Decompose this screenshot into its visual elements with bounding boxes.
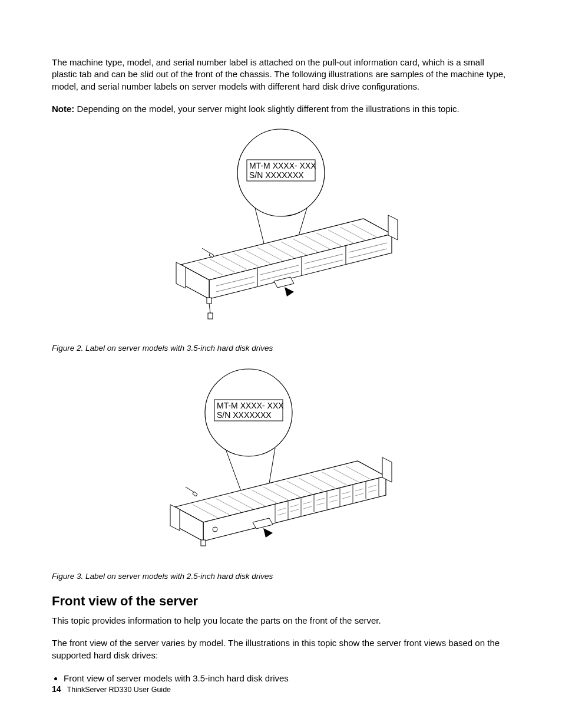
svg-marker-37 [209,253,214,258]
svg-rect-94 [201,540,206,546]
svg-marker-91 [263,528,273,538]
callout-sn: S/N XXXXXXX [249,170,304,180]
page-number: 14 [52,684,61,694]
callout-mt-m: MT-M XXXX- XXX [249,161,316,170]
figure-3-illustration: MT-M XXXX- XXX S/N XXXXXXX [52,365,510,568]
section-paragraph-1: This topic provides information to help … [52,615,510,627]
callout-sn-2: S/N XXXXXXX [217,410,272,420]
section-heading-front-view: Front view of the server [52,594,510,609]
intro-paragraph: The machine type, model, and serial numb… [52,57,510,93]
svg-rect-39 [208,313,213,319]
svg-marker-8 [388,215,398,240]
svg-marker-7 [176,262,186,288]
svg-marker-35 [285,287,294,297]
figure-3-caption-text: Label on server models with 2.5-inch har… [83,572,273,581]
svg-marker-48 [170,505,180,531]
svg-line-40 [209,304,210,313]
note-text: Depending on the model, your server migh… [74,104,459,114]
svg-rect-38 [207,298,211,304]
callout-mt-m-2: MT-M XXXX- XXX [217,401,284,410]
svg-marker-93 [193,492,197,496]
svg-marker-49 [382,457,392,482]
footer-doc-title: ThinkServer RD330 User Guide [67,686,171,694]
bullet-list: Front view of server models with 3.5-inc… [52,672,510,684]
figure-3-number: Figure 3. [52,572,83,581]
page-footer: 14ThinkServer RD330 User Guide [52,684,171,694]
figure-3-caption: Figure 3. Label on server models with 2.… [52,572,510,581]
figure-2-number: Figure 2. [52,344,83,353]
note-label: Note: [52,104,74,114]
figure-2-caption-text: Label on server models with 3.5-inch har… [83,344,273,353]
figure-2-illustration: MT-M XXXX- XXX S/N XXXXXXX [52,126,510,340]
section-paragraph-2: The front view of the server varies by m… [52,637,510,661]
figure-2-caption: Figure 2. Label on server models with 3.… [52,344,510,353]
note-paragraph: Note: Depending on the model, your serve… [52,103,510,115]
bullet-item-1: Front view of server models with 3.5-inc… [64,672,510,684]
